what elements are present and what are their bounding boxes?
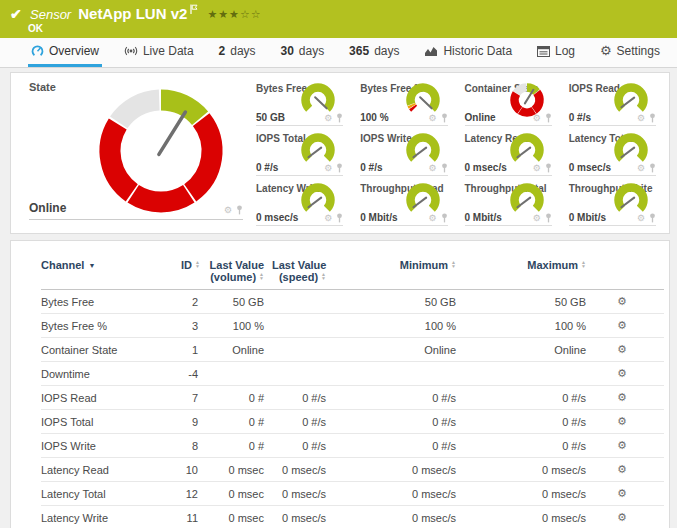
table-row-iops-read: IOPS Read70 #0 #/s0 #/s0 #/s⚙ <box>41 386 664 410</box>
object-kind-label: Sensor <box>30 7 71 22</box>
gear-icon[interactable]: ⚙ <box>637 214 645 223</box>
column-header-last-value-volume[interactable]: Last Value(volume)▲▼ <box>206 259 272 290</box>
pin-icon[interactable] <box>441 163 448 173</box>
gear-icon[interactable]: ⚙ <box>533 214 541 223</box>
gear-icon[interactable]: ⚙ <box>224 206 232 215</box>
channel-settings-icon[interactable]: ⚙ <box>594 434 664 458</box>
channel-settings-icon[interactable]: ⚙ <box>594 362 664 386</box>
pin-icon[interactable] <box>545 213 552 223</box>
gear-icon[interactable]: ⚙ <box>428 114 436 123</box>
prtg-sensor-overview-page: ✔ Sensor NetApp LUN v2 ★★★☆☆ OK Overview… <box>0 0 677 528</box>
tab-label: Live Data <box>143 44 194 58</box>
pin-icon[interactable] <box>336 213 343 223</box>
column-header-maximum[interactable]: Maximum▲▼ <box>464 259 594 290</box>
column-header-label: ID <box>181 259 192 271</box>
gear-icon[interactable]: ⚙ <box>324 164 332 173</box>
last-value-volume: Online <box>206 338 272 362</box>
pin-icon[interactable] <box>649 163 656 173</box>
channel-id: 1 <box>181 338 206 362</box>
channel-id: 9 <box>181 410 206 434</box>
minimum-value: 0 #/s <box>334 410 464 434</box>
gauge-cell-actions: ⚙ <box>533 163 552 173</box>
gauge-cell-actions: ⚙ <box>637 213 656 223</box>
tab-overview[interactable]: Overview <box>28 38 102 67</box>
gear-icon[interactable]: ⚙ <box>533 114 541 123</box>
gauge-cell-iops-total: IOPS Total0 #/s⚙ <box>246 129 350 179</box>
channel-settings-icon[interactable]: ⚙ <box>594 386 664 410</box>
tab-settings[interactable]: ⚙Settings <box>597 38 663 67</box>
maximum-value <box>464 362 594 386</box>
state-label: State <box>29 81 56 93</box>
column-header-minimum[interactable]: Minimum▲▼ <box>334 259 464 290</box>
priority-stars[interactable]: ★★★☆☆ <box>207 8 261 21</box>
sort-icon[interactable]: ▲▼ <box>321 272 326 280</box>
channel-id: 10 <box>181 458 206 482</box>
sort-icon[interactable]: ▲▼ <box>451 260 456 268</box>
gear-icon[interactable]: ⚙ <box>324 114 332 123</box>
tab-label-prefix: 30 <box>280 44 293 58</box>
column-header-actions <box>594 259 664 290</box>
tab-log[interactable]: Log <box>534 38 578 67</box>
gauge-cell-latency-total: Latency Total0 msec/s⚙ <box>559 129 663 179</box>
maximum-value: 100 % <box>464 314 594 338</box>
channel-name: Bytes Free % <box>41 314 181 338</box>
last-value-speed: 0 #/s <box>272 410 334 434</box>
pin-icon[interactable] <box>649 213 656 223</box>
channel-settings-icon[interactable]: ⚙ <box>594 506 664 528</box>
channel-settings-icon[interactable]: ⚙ <box>594 410 664 434</box>
table-row-iops-write: IOPS Write80 #0 #/s0 #/s0 #/s⚙ <box>41 434 664 458</box>
pin-icon[interactable] <box>336 113 343 123</box>
channel-settings-icon[interactable]: ⚙ <box>594 290 664 314</box>
gear-icon[interactable]: ⚙ <box>637 114 645 123</box>
sort-icon[interactable]: ▲▼ <box>195 260 200 268</box>
channel-settings-icon[interactable]: ⚙ <box>594 458 664 482</box>
last-value-speed <box>272 362 334 386</box>
gauge-value: 0 #/s <box>256 162 278 173</box>
pin-icon[interactable] <box>441 213 448 223</box>
gauge-cell-container-state: Container StateOnline⚙ <box>455 79 559 129</box>
channel-settings-icon[interactable]: ⚙ <box>594 482 664 506</box>
gauge-footer: 0 #/s⚙ <box>360 162 447 176</box>
sort-icon[interactable]: ▲▼ <box>259 272 264 280</box>
gear-icon[interactable]: ⚙ <box>428 214 436 223</box>
channel-settings-icon[interactable]: ⚙ <box>594 314 664 338</box>
column-header-id[interactable]: ID▲▼ <box>181 259 206 290</box>
overview-gauges-panel: State Online ⚙ Bytes Free50 GB⚙Bytes Fre… <box>10 72 670 234</box>
column-header-label: Maximum <box>527 259 578 271</box>
gauge-cell-latency-read: Latency Read0 msec/s⚙ <box>455 129 559 179</box>
pin-icon[interactable] <box>336 163 343 173</box>
log-icon <box>537 46 550 57</box>
gear-icon[interactable]: ⚙ <box>637 164 645 173</box>
last-value-speed: 0 #/s <box>272 434 334 458</box>
last-value-speed: 0 #/s <box>272 386 334 410</box>
minimum-value: 100 % <box>334 314 464 338</box>
sensor-title: NetApp LUN v2 <box>78 5 187 22</box>
last-value-volume: 0 # <box>206 434 272 458</box>
pin-icon[interactable] <box>545 163 552 173</box>
channel-settings-icon[interactable]: ⚙ <box>594 338 664 362</box>
pin-icon[interactable] <box>649 113 656 123</box>
gauge-cell-actions: ⚙ <box>637 163 656 173</box>
flag-icon[interactable] <box>190 0 198 18</box>
tab-365-days[interactable]: 365days <box>346 38 402 67</box>
tab-2-days[interactable]: 2days <box>216 38 259 67</box>
pin-icon[interactable] <box>236 205 243 215</box>
maximum-value: 0 msec/s <box>464 482 594 506</box>
tab-live-data[interactable]: Live Data <box>121 38 197 67</box>
minimum-value: 0 #/s <box>334 434 464 458</box>
minimum-value: 0 #/s <box>334 386 464 410</box>
column-header-last-value-speed[interactable]: Last Value(speed)▲▼ <box>272 259 334 290</box>
tab-historic-data[interactable]: Historic Data <box>421 38 515 67</box>
channel-name: IOPS Total <box>41 410 181 434</box>
column-header-channel[interactable]: Channel▼ <box>41 259 181 290</box>
pin-icon[interactable] <box>441 113 448 123</box>
sort-icon[interactable]: ▲▼ <box>581 260 586 268</box>
tab-30-days[interactable]: 30days <box>277 38 327 67</box>
gauge-footer: 50 GB⚙ <box>256 112 343 126</box>
gear-icon[interactable]: ⚙ <box>428 164 436 173</box>
pin-icon[interactable] <box>545 113 552 123</box>
gauge-cell-iops-write: IOPS Write0 #/s⚙ <box>350 129 454 179</box>
gear-icon[interactable]: ⚙ <box>324 214 332 223</box>
gear-icon[interactable]: ⚙ <box>533 164 541 173</box>
table-header-row: Channel▼ID▲▼Last Value(volume)▲▼Last Val… <box>41 259 664 290</box>
